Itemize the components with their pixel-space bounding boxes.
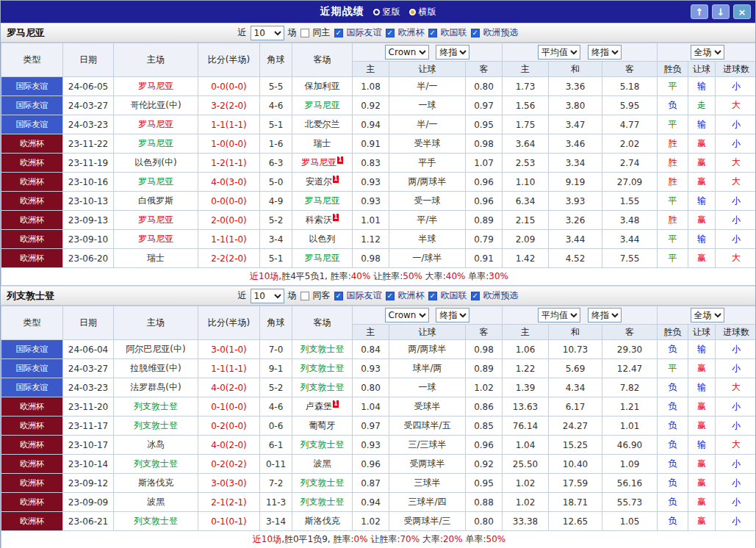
summary-prefix: 近10场 xyxy=(253,534,281,544)
team-name: 列支敦士登 xyxy=(7,289,54,303)
competition-type: 国际友谊 xyxy=(1,77,63,96)
ah-away-odds: 0.89 xyxy=(466,211,503,230)
ah-away-odds: 0.98 xyxy=(466,134,503,154)
eu-draw-odds: 10.73 xyxy=(549,340,602,359)
filter-eurocup-checkbox[interactable] xyxy=(386,292,395,300)
same-venue-label: 同主 xyxy=(313,26,331,39)
match-row: 国际友谊24-03-27拉脱维亚(中)1-1(1-1)9-1列支敦士登0.93球… xyxy=(1,359,756,378)
match-date: 23-11-20 xyxy=(63,397,114,417)
handicap-result: 输 xyxy=(688,192,716,211)
away-team: 以色列 xyxy=(292,230,353,249)
summary-stat-label: 胜率: xyxy=(333,534,353,544)
col-ah-home: 主 xyxy=(353,325,389,340)
filter-friendly-checkbox[interactable] xyxy=(334,29,343,37)
match-date: 24-03-23 xyxy=(63,378,114,397)
eu-home-odds: 33.38 xyxy=(503,512,549,531)
radio-horizontal-icon[interactable] xyxy=(409,9,416,15)
ah-home-odds: 0.87 xyxy=(353,474,389,493)
eu-away-odds: 1.55 xyxy=(602,192,658,211)
goals-result: 大 xyxy=(716,173,756,192)
same-venue-checkbox[interactable] xyxy=(300,292,309,300)
same-venue-checkbox[interactable] xyxy=(300,29,309,37)
filter-nationsleague-checkbox[interactable] xyxy=(428,292,437,300)
match-date: 23-10-16 xyxy=(63,173,114,192)
match-row: 欧洲杯23-06-20瑞士2-2(2-0)5-1罗马尼亚0.98一/球半0.91… xyxy=(1,249,756,268)
away-team: 瑞士 xyxy=(292,134,353,154)
layout-radio-horizontal[interactable]: 横版 xyxy=(409,6,436,18)
eu-final-odds-select[interactable]: 终指 xyxy=(588,308,622,322)
eu-away-odds: 2.74 xyxy=(602,154,658,173)
match-row: 国际友谊24-06-04阿尔巴尼亚(中)3-0(1-0)7-0列支敦士登0.84… xyxy=(1,340,756,359)
matches-table: 类型 日期 主场 比分(半场) 角球 客场 Crown 终指 平均值 终指 全场 xyxy=(1,306,756,548)
match-count-select[interactable]: 10 xyxy=(251,26,284,40)
corner-score: 5-1 xyxy=(260,115,292,134)
result-text: 平 xyxy=(658,192,688,211)
match-score: 1-1(1-1) xyxy=(198,115,260,134)
match-row: 国际友谊24-06-05罗马尼亚0-0(0-0)5-5保加利亚1.08半/一0.… xyxy=(1,77,756,96)
move-up-button[interactable]: ↑ xyxy=(691,4,708,19)
ah-line: 受两球半 xyxy=(389,455,466,474)
away-team: 列支敦士登 xyxy=(292,359,353,378)
eu-away-odds: 55.73 xyxy=(602,493,658,512)
bookmaker-select[interactable]: Crown xyxy=(385,308,429,322)
away-team: 葡萄牙 xyxy=(292,417,353,436)
ah-away-odds: 0.79 xyxy=(466,230,503,249)
ah-line: 两/两球半 xyxy=(389,340,466,359)
ah-final-odds-select[interactable]: 终指 xyxy=(436,45,469,60)
eu-final-odds-select[interactable]: 终指 xyxy=(588,45,622,60)
eu-draw-odds: 6.17 xyxy=(549,397,602,417)
ah-home-odds: 1.12 xyxy=(353,230,389,249)
col-eu-home: 主 xyxy=(503,325,549,340)
goals-result: 大 xyxy=(716,96,756,115)
col-date: 日期 xyxy=(63,43,114,77)
eu-away-odds: 3.48 xyxy=(602,211,658,230)
col-ah-line: 让球 xyxy=(389,325,466,340)
corner-score: 5-5 xyxy=(260,77,292,96)
scope-select[interactable]: 全场 xyxy=(691,308,724,322)
match-row: 欧洲杯23-11-22罗马尼亚1-0(0-0)1-6瑞士0.91受半球0.983… xyxy=(1,134,756,154)
match-count-select[interactable]: 10 xyxy=(251,289,284,303)
goals-result: 小 xyxy=(716,359,756,378)
handicap-result: 走 xyxy=(688,96,716,115)
close-button[interactable]: × xyxy=(733,4,751,19)
col-goals: 进球数 xyxy=(716,325,756,340)
ah-line: 一球 xyxy=(389,96,466,115)
ah-home-odds: 0.94 xyxy=(353,493,389,512)
bookmaker-select[interactable]: Crown xyxy=(385,45,429,60)
move-down-button[interactable]: ↓ xyxy=(712,4,730,19)
filter-controls: 近 10 场 同主 国际友谊 欧洲杯 欧国联 欧洲预选 xyxy=(238,26,519,40)
filter-euroqualifier-checkbox[interactable] xyxy=(471,292,480,300)
summary-stat-label: 单率: xyxy=(465,271,489,281)
ah-home-odds: 0.96 xyxy=(353,455,389,474)
match-score: 0-2(0-0) xyxy=(198,417,260,436)
layout-radio-vertical[interactable]: 竖版 xyxy=(373,6,400,18)
col-eu-home: 主 xyxy=(503,62,549,77)
ah-dropdown-cell: Crown 终指 xyxy=(353,306,503,325)
eu-draw-odds: 3.36 xyxy=(549,77,602,96)
filter-nationsleague-checkbox[interactable] xyxy=(428,29,437,37)
ah-home-odds: 0.98 xyxy=(353,249,389,268)
home-team: 列支敦士登 xyxy=(114,455,198,474)
handicap-result: 赢 xyxy=(688,474,716,493)
result-text: 胜 xyxy=(658,134,688,154)
average-select[interactable]: 平均值 xyxy=(538,308,580,322)
match-date: 23-11-19 xyxy=(63,154,114,173)
radio-vertical-icon[interactable] xyxy=(373,9,380,15)
away-team: 保加利亚 xyxy=(292,77,353,96)
match-date: 23-09-12 xyxy=(63,474,114,493)
scope-select[interactable]: 全场 xyxy=(691,45,724,60)
match-row: 欧洲杯23-09-12斯洛伐克3-0(3-0)7-2列支敦士登0.87三球半0.… xyxy=(1,474,756,493)
match-date: 23-10-17 xyxy=(63,436,114,455)
home-team: 罗马尼亚 xyxy=(114,77,198,96)
eu-draw-odds: 3.93 xyxy=(549,192,602,211)
filter-eurocup-checkbox[interactable] xyxy=(386,29,395,37)
filter-friendly-checkbox[interactable] xyxy=(334,292,343,300)
average-select[interactable]: 平均值 xyxy=(538,45,580,60)
competition-type: 欧洲杯 xyxy=(1,397,63,417)
corner-score: 0-11 xyxy=(260,455,292,474)
radio-horizontal-label: 横版 xyxy=(419,6,436,18)
filter-nationsleague-label: 欧国联 xyxy=(441,26,467,39)
filter-euroqualifier-checkbox[interactable] xyxy=(471,29,480,37)
ah-home-odds: 1.08 xyxy=(353,77,389,96)
ah-final-odds-select[interactable]: 终指 xyxy=(436,308,469,322)
